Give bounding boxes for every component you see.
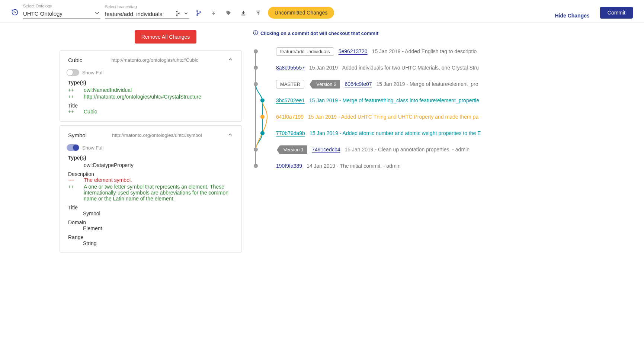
svg-point-7 [255, 32, 256, 32]
ontology-label: Select Ontology [23, 4, 100, 8]
commit-button[interactable]: Commit [600, 7, 633, 19]
create-branch-icon[interactable] [193, 9, 204, 19]
ontology-input[interactable] [23, 10, 94, 17]
prop-value: Symbol [83, 211, 233, 216]
commit-dot[interactable] [254, 82, 258, 86]
prop-label: Title [68, 205, 233, 211]
card-iri: http://matonto.org/ontologies/uhtc#symbo… [87, 132, 227, 138]
commit-row: Version 17491cedcb415 Jan 2019 - Clean u… [253, 141, 633, 158]
change-card: Cubichttp://matonto.org/ontologies/uhtc#… [60, 50, 242, 122]
commit-dot[interactable] [254, 148, 258, 152]
commit-dot[interactable] [254, 66, 258, 70]
remove-all-changes-button[interactable]: Remove All Changes [135, 30, 197, 44]
svg-point-4 [197, 15, 198, 16]
commit-message: 15 Jan 2019 - Added English tag to descr… [372, 48, 477, 54]
prop-value: String [83, 240, 233, 246]
branch-tag: feature/add_individuals [276, 47, 334, 56]
git-branch-icon [176, 11, 181, 17]
show-full-label: Show Full [82, 70, 103, 75]
commit-hash-link[interactable]: 6064c9fe07 [345, 81, 372, 87]
prop-label: Description [68, 171, 233, 177]
prop-label: Title [68, 103, 233, 109]
change-card: Symbolhttp://matonto.org/ontologies/uhtc… [60, 125, 242, 253]
commit-row: feature/add_individuals5e9621372015 Jan … [253, 43, 633, 60]
commit-hint: Clicking on a commit dot will checkout t… [253, 30, 633, 36]
types-label: Type(s) [68, 155, 233, 161]
card-iri: http://matonto.org/ontologies/uhtc#Cubic [82, 57, 227, 63]
type-row: ++http://matonto.org/ontologies/uhtc#Cry… [68, 94, 233, 100]
branch-selector[interactable]: Select branch/tag [105, 4, 189, 19]
type-row: ++owl:NamedIndividual [68, 87, 233, 93]
show-full-toggle[interactable] [67, 69, 79, 76]
commit-row: MASTERVersion 26064c9fe0715 Jan 2019 - M… [253, 76, 633, 92]
uncommitted-changes-button[interactable]: Uncommitted Changes [268, 7, 334, 19]
commit-message: 15 Jan 2019 - Added individuals for two … [309, 65, 479, 71]
prop-value: Element [83, 225, 233, 231]
commit-row: 770b79da9b15 Jan 2019 - Added atomic num… [253, 125, 633, 141]
commit-dot[interactable] [260, 131, 265, 135]
card-title: Cubic [68, 57, 82, 63]
commit-dot[interactable] [254, 164, 258, 168]
commit-hash-link[interactable]: 641f0a7199 [276, 114, 304, 120]
commit-message: 15 Jan 2019 - Merge of feature/thing_cla… [309, 97, 479, 103]
tag-icon[interactable] [223, 9, 234, 19]
show-full-label: Show Full [82, 145, 103, 151]
chevron-down-icon[interactable] [94, 10, 100, 17]
info-icon [253, 30, 258, 36]
branch-input[interactable] [105, 11, 176, 17]
commit-message: 15 Jan 2019 - Added atomic number and at… [310, 130, 481, 136]
branch-tag: MASTER [276, 80, 304, 89]
commit-dot[interactable] [254, 49, 258, 54]
ontology-selector[interactable]: Select Ontology [23, 4, 100, 19]
upload-icon[interactable] [253, 9, 263, 19]
commit-hash-link[interactable]: 770b79da9b [276, 130, 305, 136]
version-tag: Version 2 [313, 80, 340, 89]
prop-row: −−The element symbol. [68, 177, 233, 183]
version-tag: Version 1 [280, 145, 307, 154]
prop-row: ++Cubic [68, 109, 233, 115]
show-full-toggle[interactable] [67, 144, 79, 151]
commit-hash-link[interactable]: 8a8c955557 [276, 65, 305, 71]
history-icon[interactable] [11, 9, 19, 19]
commit-row: 3bc5702ee115 Jan 2019 - Merge of feature… [253, 92, 633, 109]
top-toolbar: Select Ontology Select branch/tag [0, 0, 644, 23]
commit-row: 641f0a719915 Jan 2019 - Added UHTC Thing… [253, 109, 633, 125]
commit-row: 8a8c95555715 Jan 2019 - Added individual… [253, 60, 633, 76]
prop-row: ++A one or two letter symbol that repres… [68, 184, 233, 202]
svg-rect-8 [255, 32, 256, 34]
merge-icon[interactable] [208, 9, 219, 19]
commit-dot[interactable] [260, 99, 265, 103]
commit-row: 190f9fa38914 Jan 2019 - The initial comm… [253, 158, 633, 174]
chevron-up-icon[interactable] [227, 57, 233, 64]
svg-point-5 [200, 12, 201, 13]
svg-point-2 [179, 12, 180, 13]
card-title: Symbol [68, 132, 87, 138]
commit-hash-link[interactable]: 3bc5702ee1 [276, 97, 305, 103]
commit-hash-link[interactable]: 7491cedcb4 [312, 147, 340, 152]
type-row: owl:DatatypeProperty [68, 162, 233, 168]
commit-message: 14 Jan 2019 - The initial commit. - admi… [307, 163, 401, 169]
commit-message: 15 Jan 2019 - Added UHTC Thing and UHTC … [308, 114, 478, 120]
prop-label: Domain [68, 219, 233, 225]
chevron-down-icon[interactable] [183, 10, 189, 17]
download-icon[interactable] [238, 9, 249, 19]
types-label: Type(s) [68, 80, 233, 86]
commit-message: 15 Jan 2019 - Clean up annotation proper… [345, 147, 470, 152]
branch-label: Select branch/tag [105, 4, 189, 9]
chevron-up-icon[interactable] [227, 132, 233, 139]
commit-dot[interactable] [260, 115, 265, 119]
svg-point-1 [176, 15, 177, 16]
prop-label: Range [68, 234, 233, 240]
svg-point-3 [197, 10, 198, 12]
commit-hash-link[interactable]: 190f9fa389 [276, 163, 302, 169]
commit-message: 15 Jan 2019 - Merge of feature/element_p… [377, 81, 478, 87]
commit-hash-link[interactable]: 5e96213720 [339, 48, 368, 54]
svg-point-0 [176, 11, 177, 12]
hide-changes-link[interactable]: Hide Changes [555, 13, 589, 19]
